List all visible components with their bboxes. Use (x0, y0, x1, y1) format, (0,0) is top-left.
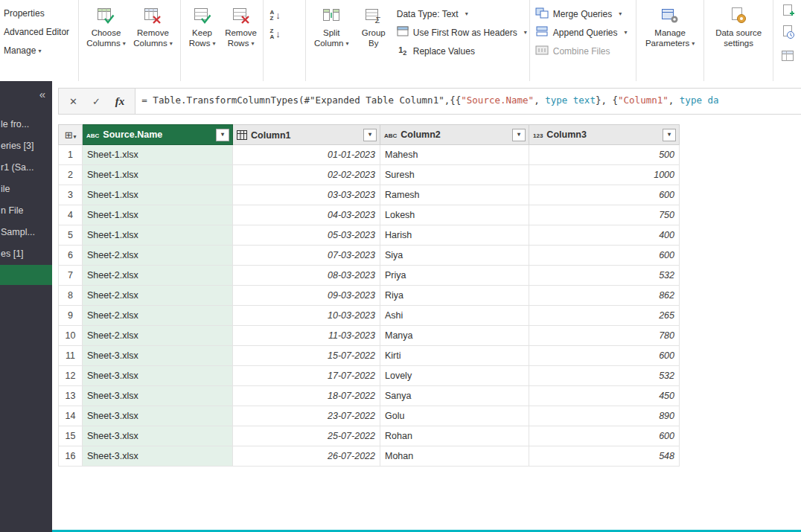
new-source-icon[interactable] (780, 4, 795, 22)
cell-column2[interactable]: Golu (380, 406, 529, 426)
merge-queries-button[interactable]: Merge Queries▾ (535, 4, 628, 23)
cell-column3[interactable]: 500 (529, 145, 680, 165)
sidebar-item-selected[interactable] (0, 265, 52, 285)
cell-source-name[interactable]: Sheet-2.xlsx (83, 306, 233, 326)
cell-source-name[interactable]: Sheet-3.xlsx (83, 406, 233, 426)
cell-column1[interactable]: 18-07-2022 (233, 386, 380, 406)
column-header-column1[interactable]: Column1▾ (233, 125, 380, 145)
cell-column3[interactable]: 265 (529, 306, 680, 326)
cell-column3[interactable]: 600 (529, 346, 680, 366)
cell-column1[interactable]: 23-07-2022 (233, 406, 380, 426)
cell-column1[interactable]: 25-07-2022 (233, 426, 380, 446)
cell-column1[interactable]: 07-03-2023 (233, 246, 380, 266)
column-header-column2[interactable]: ABCColumn2▾ (380, 125, 529, 145)
cell-column1[interactable]: 11-03-2023 (233, 326, 380, 346)
cell-column2[interactable]: Sanya (380, 386, 529, 406)
column-header-column3[interactable]: 123Column3▾ (529, 125, 680, 145)
cell-column3[interactable]: 532 (529, 266, 680, 286)
sidebar-item[interactable]: eries [3] (0, 135, 52, 157)
cell-source-name[interactable]: Sheet-3.xlsx (83, 346, 233, 366)
cell-column3[interactable]: 532 (529, 366, 680, 386)
cell-column3[interactable]: 750 (529, 205, 680, 225)
sidebar-item[interactable]: le fro... (0, 114, 52, 135)
row-number-cell[interactable]: 4 (59, 205, 83, 225)
sidebar-item[interactable]: ile (0, 179, 52, 200)
cell-column3[interactable]: 548 (529, 446, 680, 467)
manage-menu-button[interactable]: Manage▾ (2, 42, 69, 60)
recent-sources-icon[interactable] (780, 25, 795, 42)
row-number-cell[interactable]: 6 (59, 246, 83, 266)
cell-column3[interactable]: 1000 (529, 165, 680, 185)
sidebar-item[interactable]: n File (0, 200, 52, 222)
cell-column2[interactable]: Suresh (380, 165, 529, 185)
cell-source-name[interactable]: Sheet-1.xlsx (83, 225, 233, 246)
cell-column1[interactable]: 09-03-2023 (233, 286, 380, 306)
filter-dropdown-button[interactable]: ▾ (663, 129, 676, 141)
sort-ascending-button[interactable]: AZ↓ (266, 6, 281, 25)
cell-column2[interactable]: Manya (380, 326, 529, 346)
row-number-cell[interactable]: 7 (59, 266, 83, 286)
cell-column2[interactable]: Harish (380, 225, 529, 246)
enter-data-icon[interactable] (780, 48, 795, 66)
row-number-cell[interactable]: 3 (59, 185, 83, 205)
cell-column1[interactable]: 17-07-2022 (233, 366, 380, 386)
cell-column1[interactable]: 08-03-2023 (233, 266, 380, 286)
keep-rows-button[interactable]: KeepRows▾ (183, 3, 222, 49)
append-queries-button[interactable]: Append Queries▾ (535, 23, 628, 42)
number-type-icon[interactable]: 123 (533, 132, 543, 139)
row-number-cell[interactable]: 14 (59, 406, 83, 426)
use-first-row-as-headers-button[interactable]: Use First Row as Headers▾ (397, 23, 527, 42)
cell-column1[interactable]: 02-02-2023 (233, 165, 380, 185)
row-number-cell[interactable]: 13 (59, 386, 83, 406)
row-number-cell[interactable]: 1 (59, 145, 83, 165)
group-by-button[interactable]: Σ GroupBy (355, 3, 392, 48)
filter-dropdown-button[interactable]: ▾ (512, 129, 526, 141)
cell-column2[interactable]: Siya (380, 246, 529, 266)
cell-column3[interactable]: 600 (529, 426, 680, 446)
cell-column2[interactable]: Lovely (380, 366, 529, 386)
cell-column2[interactable]: Lokesh (380, 205, 529, 225)
cell-column3[interactable]: 780 (529, 326, 680, 346)
cell-source-name[interactable]: Sheet-2.xlsx (83, 246, 233, 266)
confirm-formula-icon[interactable]: ✓ (92, 96, 100, 107)
cell-column3[interactable]: 890 (529, 406, 680, 426)
advanced-editor-button[interactable]: Advanced Editor (2, 23, 69, 42)
cell-column2[interactable]: Ashi (380, 306, 529, 326)
row-number-cell[interactable]: 12 (59, 366, 83, 386)
filter-dropdown-button[interactable]: ▾ (363, 129, 377, 141)
cell-source-name[interactable]: Sheet-3.xlsx (83, 386, 233, 406)
cell-source-name[interactable]: Sheet-3.xlsx (83, 426, 233, 446)
table-corner-menu[interactable]: ⊞▾ (59, 125, 83, 145)
row-number-cell[interactable]: 10 (59, 326, 83, 346)
cell-column1[interactable]: 15-07-2022 (233, 346, 380, 366)
data-source-settings-button[interactable]: Data sourcesettings (709, 3, 768, 48)
cell-column1[interactable]: 01-01-2023 (233, 145, 380, 165)
cell-column2[interactable]: Mahesh (380, 145, 529, 165)
row-number-cell[interactable]: 5 (59, 225, 83, 246)
filter-dropdown-button[interactable]: ▾ (216, 129, 229, 141)
combine-files-button[interactable]: Combine Files (535, 42, 628, 60)
remove-rows-button[interactable]: RemoveRows▾ (222, 3, 261, 49)
row-number-cell[interactable]: 2 (59, 165, 83, 185)
cell-column1[interactable]: 04-03-2023 (233, 205, 380, 225)
cell-column3[interactable]: 450 (529, 386, 680, 406)
row-number-cell[interactable]: 9 (59, 306, 83, 326)
cell-column1[interactable]: 05-03-2023 (233, 225, 380, 246)
text-type-icon[interactable]: ABC (86, 132, 99, 139)
cell-source-name[interactable]: Sheet-1.xlsx (83, 185, 233, 205)
manage-parameters-button[interactable]: ManageParameters▾ (642, 3, 698, 49)
properties-button[interactable]: Properties (2, 4, 69, 23)
cell-source-name[interactable]: Sheet-2.xlsx (83, 266, 233, 286)
cell-source-name[interactable]: Sheet-2.xlsx (83, 326, 233, 346)
cell-column2[interactable]: Priya (380, 266, 529, 286)
table-type-icon[interactable] (237, 129, 247, 141)
text-type-icon[interactable]: ABC (384, 132, 397, 139)
row-number-cell[interactable]: 15 (59, 426, 83, 446)
cell-column3[interactable]: 862 (529, 286, 680, 306)
collapse-pane-icon[interactable]: « (39, 88, 45, 100)
cell-column3[interactable]: 400 (529, 225, 680, 246)
formula-input[interactable]: = Table.TransformColumnTypes(#"Expanded … (135, 89, 801, 114)
cell-source-name[interactable]: Sheet-1.xlsx (83, 205, 233, 225)
row-number-cell[interactable]: 8 (59, 286, 83, 306)
cell-source-name[interactable]: Sheet-3.xlsx (83, 446, 233, 467)
